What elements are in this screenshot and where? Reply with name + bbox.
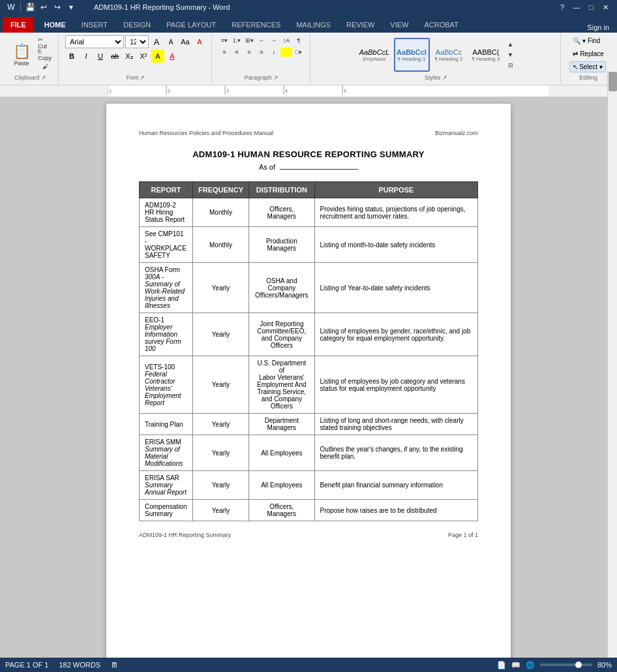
- multilevel-button[interactable]: ⊞▾: [243, 35, 255, 46]
- find-button[interactable]: 🔍 ▾ Find: [569, 35, 603, 46]
- sort-button[interactable]: ↕A: [280, 35, 292, 46]
- ribbon-tabs: FILE HOME INSERT DESIGN PAGE LAYOUT REFE…: [0, 14, 617, 33]
- styles-scroll-up[interactable]: ▲: [505, 40, 516, 49]
- cell-frequency: Monthly: [193, 198, 249, 227]
- cell-distribution: Joint Reporting Committee/EEO, and Compa…: [249, 313, 314, 356]
- italic-button[interactable]: I: [80, 50, 93, 63]
- redo-button[interactable]: ↪: [52, 1, 63, 13]
- cell-purpose: Listing of long and short-range needs, w…: [314, 414, 477, 435]
- zoom-slider[interactable]: [540, 664, 592, 666]
- undo-button[interactable]: ↩: [38, 1, 50, 13]
- tab-references[interactable]: REFERENCES: [224, 17, 288, 33]
- col-report: REPORT: [140, 182, 193, 198]
- increase-indent-button[interactable]: →: [268, 35, 280, 46]
- title-text: ADM109-1 HR Reporting Summary - Word: [94, 3, 230, 11]
- copy-button[interactable]: ⎘ Copy: [37, 50, 53, 60]
- styles-expand[interactable]: ⊟: [505, 61, 516, 70]
- superscript-button[interactable]: X²: [137, 50, 150, 63]
- cut-button[interactable]: ✂ Cut: [37, 38, 53, 48]
- tab-page-layout[interactable]: PAGE LAYOUT: [158, 17, 224, 33]
- title-bar: W 💾 ↩ ↪ ▾ ADM109-1 HR Reporting Summary …: [0, 0, 617, 14]
- text-highlight-button[interactable]: A: [151, 50, 164, 63]
- scrollbar[interactable]: [607, 70, 617, 658]
- font-color-button[interactable]: A: [166, 50, 179, 63]
- document-page[interactable]: Human Resources Policies and Procedures …: [106, 104, 511, 665]
- show-marks-button[interactable]: ¶: [293, 35, 305, 46]
- strikethrough-button[interactable]: ab: [108, 50, 121, 63]
- paragraph-label: Paragraph ↗: [245, 74, 279, 82]
- justify-button[interactable]: ≡: [256, 47, 267, 57]
- view-web[interactable]: 🌐: [526, 661, 535, 669]
- styles-scroll-down[interactable]: ▼: [505, 50, 516, 59]
- style-heading1[interactable]: AaBbCcl ¶ Heading 1: [394, 38, 430, 72]
- paste-button[interactable]: 📋 Paste: [8, 37, 35, 73]
- scroll-thumb[interactable]: [609, 72, 617, 91]
- minimize-button[interactable]: —: [570, 2, 583, 12]
- tab-review[interactable]: REVIEW: [339, 17, 382, 33]
- save-button[interactable]: 💾: [24, 1, 36, 13]
- change-case-button[interactable]: Aa: [179, 35, 192, 48]
- style-heading3[interactable]: AABBC( ¶ Heading 3: [468, 38, 504, 72]
- table-row: Compensation SummaryYearlyOfficers, Mana…: [140, 500, 478, 521]
- document-area: Human Resources Policies and Procedures …: [0, 97, 617, 670]
- cell-frequency: Yearly: [193, 414, 249, 435]
- replace-icon: ⇄: [573, 50, 578, 57]
- word-icon[interactable]: W: [5, 1, 17, 13]
- format-painter-button[interactable]: 🖌: [37, 61, 53, 72]
- cell-frequency: Yearly: [193, 313, 249, 356]
- customize-button[interactable]: ▾: [65, 1, 77, 13]
- editing-label: Editing: [579, 74, 597, 82]
- sign-in-button[interactable]: Sign in: [582, 22, 614, 33]
- align-right-button[interactable]: ≡: [243, 47, 255, 57]
- close-button[interactable]: ✕: [599, 2, 612, 12]
- underline-button[interactable]: U: [94, 50, 107, 63]
- tab-design[interactable]: DESIGN: [115, 17, 158, 33]
- cell-frequency: Monthly: [193, 227, 249, 263]
- borders-button[interactable]: □▾: [293, 47, 305, 57]
- cell-frequency: Yearly: [193, 500, 249, 521]
- view-print[interactable]: 📄: [497, 661, 506, 669]
- tab-insert[interactable]: INSERT: [74, 17, 115, 33]
- style-heading2[interactable]: AaBbCc ¶ Heading 2: [431, 38, 467, 72]
- tab-acrobat[interactable]: ACROBAT: [416, 17, 466, 33]
- align-left-button[interactable]: ≡: [218, 47, 230, 57]
- font-size-select[interactable]: 12: [125, 35, 149, 48]
- shading-button[interactable]: [280, 48, 292, 57]
- numbering-button[interactable]: 1.▾: [231, 35, 243, 46]
- replace-button[interactable]: ⇄ Replace: [569, 48, 607, 59]
- header-right: Bizmanualz.com: [435, 130, 478, 136]
- replace-label: Replace: [580, 50, 604, 57]
- clipboard-group-content: 📋 Paste ✂ Cut ⎘ Copy 🖌: [8, 35, 53, 74]
- shrink-font-button[interactable]: A: [164, 35, 177, 48]
- style-emphasis[interactable]: AaBbCcL Emphasis: [357, 38, 393, 72]
- decrease-indent-button[interactable]: ←: [256, 35, 267, 46]
- paragraph-group-content: ≡▾ 1.▾ ⊞▾ ← → ↕A ¶ ≡ ≡ ≡ ≡ ↕ □▾: [218, 35, 305, 74]
- cell-distribution: All Employees: [249, 435, 314, 471]
- view-read[interactable]: 📖: [511, 661, 520, 669]
- page-header: Human Resources Policies and Procedures …: [139, 130, 478, 136]
- ribbon-content: 📋 Paste ✂ Cut ⎘ Copy 🖌 Clipboard ↗ Arial: [0, 33, 617, 85]
- cell-report: ERISA SAR Summary Annual Report: [140, 471, 193, 500]
- maximize-button[interactable]: □: [584, 2, 597, 12]
- font-name-select[interactable]: Arial: [65, 35, 124, 48]
- grow-font-button[interactable]: A: [150, 35, 163, 48]
- align-center-button[interactable]: ≡: [231, 47, 243, 57]
- cell-frequency: Yearly: [193, 263, 249, 313]
- binoculars-icon: 🔍: [573, 37, 580, 44]
- bold-button[interactable]: B: [65, 50, 78, 63]
- paste-label: Paste: [14, 60, 29, 67]
- col-purpose: PURPOSE: [314, 182, 477, 198]
- bullets-button[interactable]: ≡▾: [218, 35, 230, 46]
- tab-view[interactable]: VIEW: [382, 17, 416, 33]
- line-spacing-button[interactable]: ↕: [268, 47, 280, 57]
- help-button[interactable]: ?: [556, 2, 569, 12]
- cell-report: ADM109-2 HR Hiring Status Report: [140, 198, 193, 227]
- tab-mailings[interactable]: MAILINGS: [288, 17, 339, 33]
- tab-home[interactable]: HOME: [37, 17, 74, 33]
- select-label: Select ▾: [579, 63, 603, 70]
- tab-file[interactable]: FILE: [3, 17, 34, 33]
- select-button[interactable]: ↖ Select ▾: [569, 61, 606, 72]
- clear-formatting-button[interactable]: A: [193, 35, 206, 48]
- subscript-button[interactable]: X₂: [123, 50, 136, 63]
- status-right: 📄 📖 🌐 80%: [497, 661, 612, 669]
